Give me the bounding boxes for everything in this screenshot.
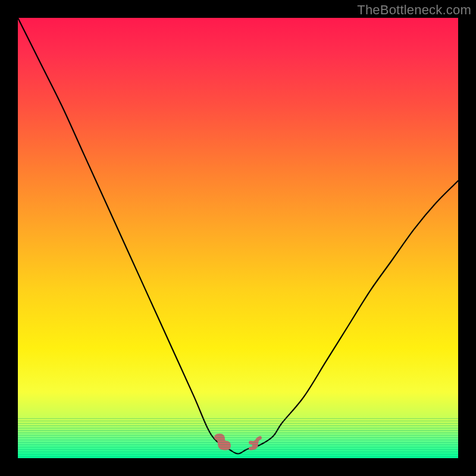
chart-frame: TheBottleneck.com — [0, 0, 476, 476]
plot-area — [18, 18, 458, 458]
curve-svg — [18, 18, 458, 458]
optimal-marker-right — [250, 438, 260, 449]
optimal-marker-left — [216, 436, 229, 449]
bottleneck-curve — [18, 18, 458, 454]
watermark-text: TheBottleneck.com — [357, 2, 471, 18]
